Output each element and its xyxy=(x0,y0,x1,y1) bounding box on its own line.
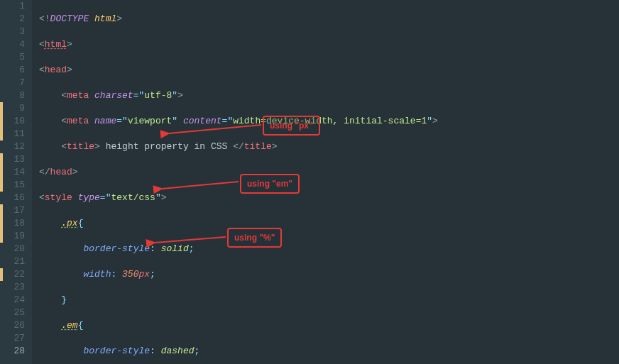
arrow-icon xyxy=(163,122,263,140)
code-line[interactable]: border-style: dashed; xyxy=(39,345,619,358)
code-editor[interactable]: 1 2 3 4 5 6 7 8 9 10 11 12 13 14 15 16 1… xyxy=(0,0,619,364)
code-line[interactable]: <title> height property in CSS </title> xyxy=(39,140,619,153)
line-number: 1 xyxy=(0,0,25,13)
code-line[interactable]: <head> xyxy=(39,64,619,77)
line-number: 2 xyxy=(0,13,25,26)
line-number: 10 xyxy=(0,115,25,128)
line-number: 4 xyxy=(0,38,25,51)
line-number: 3 xyxy=(0,26,25,38)
modified-marker-icon xyxy=(0,102,3,115)
code-line[interactable]: <html> xyxy=(39,38,619,51)
line-number: 9 xyxy=(0,102,25,115)
line-number: 19 xyxy=(0,230,25,243)
modified-marker-icon xyxy=(0,179,3,192)
svg-line-5 xyxy=(155,237,226,243)
code-line[interactable]: } xyxy=(39,294,619,307)
line-number: 5 xyxy=(0,51,25,64)
line-number: 26 xyxy=(0,319,25,332)
line-gutter: 1 2 3 4 5 6 7 8 9 10 11 12 13 14 15 16 1… xyxy=(0,0,32,364)
arrow-icon xyxy=(149,234,229,250)
annotation-pct: using "%" xyxy=(227,228,282,248)
line-number: 12 xyxy=(0,140,25,153)
code-line[interactable]: border-style: solid; xyxy=(39,243,619,255)
code-line[interactable]: <!DOCTYPE html> xyxy=(39,13,619,26)
line-number: 13 xyxy=(0,153,25,166)
code-line[interactable]: <meta charset="utf-8"> xyxy=(39,89,619,102)
line-number: 20 xyxy=(0,243,25,255)
modified-marker-icon xyxy=(0,204,3,217)
code-area[interactable]: <!DOCTYPE html> <html> <head> <meta char… xyxy=(32,0,619,364)
line-number: 8 xyxy=(0,89,25,102)
annotation-em: using "em" xyxy=(240,174,300,194)
line-number: 7 xyxy=(0,77,25,89)
line-number: 18 xyxy=(0,217,25,230)
code-line[interactable]: <style type="text/css"> xyxy=(39,192,619,204)
line-number: 16 xyxy=(0,192,25,204)
svg-line-3 xyxy=(162,182,239,189)
svg-line-1 xyxy=(169,125,261,133)
line-number: 15 xyxy=(0,179,25,192)
line-number: 21 xyxy=(0,255,25,268)
modified-marker-icon xyxy=(0,217,3,230)
line-number: 25 xyxy=(0,307,25,319)
modified-marker-icon xyxy=(0,115,3,128)
line-number: 28 xyxy=(0,345,25,358)
arrow-icon xyxy=(156,179,241,197)
line-number: 22 xyxy=(0,268,25,281)
line-number: 11 xyxy=(0,128,25,140)
line-number: 6 xyxy=(0,64,25,77)
modified-marker-icon xyxy=(0,166,3,179)
annotation-px: using "px" xyxy=(263,116,320,136)
line-number: 24 xyxy=(0,294,25,307)
code-line[interactable]: </head> xyxy=(39,166,619,179)
code-line[interactable]: .px{ xyxy=(39,217,619,230)
modified-marker-icon xyxy=(0,153,3,166)
code-line[interactable]: width: 350px; xyxy=(39,268,619,281)
line-number: 14 xyxy=(0,166,25,179)
modified-marker-icon xyxy=(0,268,3,281)
line-number: 17 xyxy=(0,204,25,217)
line-number: 27 xyxy=(0,332,25,345)
code-line[interactable]: <meta name="viewport" content="width=dev… xyxy=(39,115,619,128)
line-number: 23 xyxy=(0,281,25,294)
modified-marker-icon xyxy=(0,230,3,243)
code-line[interactable]: .em{ xyxy=(39,319,619,332)
modified-marker-icon xyxy=(0,128,3,140)
